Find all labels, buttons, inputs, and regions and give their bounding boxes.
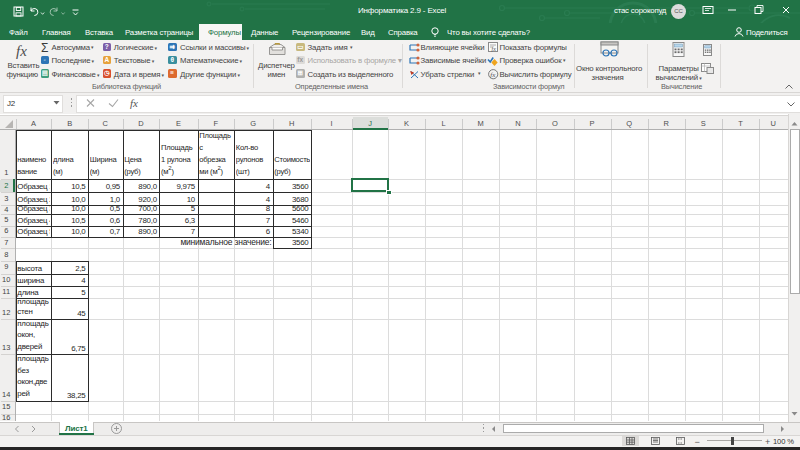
svg-text:fx: fx bbox=[490, 71, 496, 79]
svg-text:fx: fx bbox=[130, 97, 138, 109]
svg-text:fx: fx bbox=[491, 46, 496, 52]
svg-text:Σ: Σ bbox=[41, 42, 48, 53]
svg-text:fx: fx bbox=[16, 43, 27, 59]
